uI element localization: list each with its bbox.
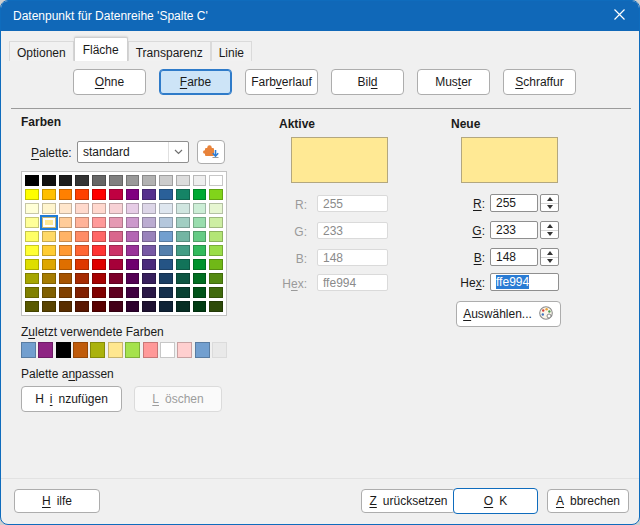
palette-color-swatch[interactable] [109, 203, 123, 214]
palette-color-swatch[interactable] [176, 245, 190, 256]
palette-color-swatch[interactable] [92, 203, 106, 214]
recent-color-swatch[interactable] [73, 342, 88, 358]
palette-color-swatch[interactable] [25, 245, 39, 256]
recent-color-swatch[interactable] [38, 342, 53, 358]
palette-color-swatch[interactable] [176, 203, 190, 214]
palette-color-swatch[interactable] [92, 189, 106, 200]
tab-optionen[interactable]: Optionen [9, 41, 74, 61]
palette-color-swatch[interactable] [126, 273, 140, 284]
palette-color-swatch[interactable] [59, 287, 73, 298]
palette-color-swatch[interactable] [25, 301, 39, 312]
palette-color-swatch[interactable] [25, 217, 39, 228]
help-button[interactable]: Hilfe [14, 489, 100, 513]
palette-color-swatch[interactable] [209, 301, 223, 312]
palette-color-swatch[interactable] [193, 189, 207, 200]
palette-color-swatch[interactable] [25, 259, 39, 270]
palette-color-swatch[interactable] [142, 273, 156, 284]
palette-color-swatch[interactable] [59, 203, 73, 214]
palette-color-swatch[interactable] [193, 259, 207, 270]
palette-color-swatch[interactable] [92, 175, 106, 186]
palette-color-swatch[interactable] [209, 189, 223, 200]
palette-color-swatch[interactable] [209, 273, 223, 284]
palette-color-swatch[interactable] [209, 231, 223, 242]
palette-color-swatch[interactable] [75, 231, 89, 242]
palette-dropdown[interactable]: standard [77, 141, 189, 163]
palette-color-swatch[interactable] [92, 273, 106, 284]
recent-color-swatch[interactable] [21, 342, 36, 358]
palette-color-swatch[interactable] [193, 203, 207, 214]
palette-color-swatch[interactable] [42, 245, 56, 256]
step-down-icon[interactable] [541, 204, 558, 212]
palette-color-swatch[interactable] [126, 189, 140, 200]
palette-color-swatch[interactable] [59, 189, 73, 200]
fill-pattern-button[interactable]: Muster [417, 69, 490, 95]
palette-color-swatch[interactable] [176, 259, 190, 270]
palette-color-swatch[interactable] [193, 175, 207, 186]
palette-color-swatch[interactable] [92, 301, 106, 312]
palette-color-swatch[interactable] [126, 203, 140, 214]
palette-color-swatch[interactable] [176, 189, 190, 200]
step-up-icon[interactable] [541, 222, 558, 231]
palette-color-swatch[interactable] [25, 231, 39, 242]
palette-color-swatch[interactable] [142, 231, 156, 242]
recent-color-swatch[interactable] [90, 342, 105, 358]
palette-color-swatch[interactable] [209, 245, 223, 256]
palette-color-swatch[interactable] [92, 245, 106, 256]
palette-color-swatch[interactable] [209, 217, 223, 228]
new-hex-input[interactable]: ffe994 [490, 273, 559, 291]
fill-none-button[interactable]: Ohne [73, 69, 146, 95]
palette-color-swatch[interactable] [176, 301, 190, 312]
palette-color-swatch[interactable] [75, 259, 89, 270]
palette-color-swatch[interactable] [42, 259, 56, 270]
fill-hatch-button[interactable]: Schraffur [503, 69, 576, 95]
palette-color-swatch[interactable] [159, 217, 173, 228]
palette-color-swatch[interactable] [142, 287, 156, 298]
palette-color-swatch[interactable] [42, 287, 56, 298]
palette-color-swatch[interactable] [126, 217, 140, 228]
palette-color-swatch[interactable] [75, 245, 89, 256]
palette-color-swatch[interactable] [193, 301, 207, 312]
palette-color-swatch[interactable] [142, 203, 156, 214]
palette-color-swatch[interactable] [159, 175, 173, 186]
palette-color-swatch[interactable] [159, 273, 173, 284]
palette-color-swatch[interactable] [159, 287, 173, 298]
palette-color-swatch[interactable] [92, 217, 106, 228]
new-r-input[interactable]: 255 [490, 194, 538, 212]
palette-color-swatch[interactable] [109, 175, 123, 186]
palette-color-swatch[interactable] [126, 175, 140, 186]
palette-color-swatch[interactable] [126, 245, 140, 256]
palette-color-swatch[interactable] [109, 273, 123, 284]
palette-color-swatch[interactable] [209, 259, 223, 270]
step-down-icon[interactable] [541, 231, 558, 239]
palette-color-swatch[interactable] [142, 175, 156, 186]
palette-color-swatch[interactable] [42, 273, 56, 284]
palette-color-swatch[interactable] [209, 175, 223, 186]
fill-color-button[interactable]: Farbe [159, 69, 232, 95]
new-g-input[interactable]: 233 [490, 221, 538, 239]
palette-color-swatch[interactable] [176, 217, 190, 228]
palette-color-swatch[interactable] [42, 231, 56, 242]
palette-color-swatch[interactable] [193, 287, 207, 298]
palette-color-swatch[interactable] [176, 231, 190, 242]
step-down-icon[interactable] [541, 258, 558, 266]
recent-color-swatch[interactable] [177, 342, 192, 358]
recent-color-swatch[interactable] [143, 342, 158, 358]
palette-color-swatch[interactable] [159, 189, 173, 200]
palette-color-swatch[interactable] [209, 203, 223, 214]
selected-palette-color-swatch[interactable] [42, 217, 56, 228]
palette-color-swatch[interactable] [109, 301, 123, 312]
step-up-icon[interactable] [541, 195, 558, 204]
close-button[interactable] [599, 1, 639, 31]
fill-image-button[interactable]: Bild [331, 69, 404, 95]
palette-color-swatch[interactable] [109, 231, 123, 242]
palette-color-swatch[interactable] [142, 189, 156, 200]
palette-color-swatch[interactable] [109, 217, 123, 228]
recent-color-swatch[interactable] [56, 342, 71, 358]
pick-color-button[interactable]: Auswählen... [456, 301, 561, 327]
palette-color-swatch[interactable] [126, 287, 140, 298]
palette-color-swatch[interactable] [126, 231, 140, 242]
palette-color-swatch[interactable] [193, 231, 207, 242]
palette-color-swatch[interactable] [59, 301, 73, 312]
palette-color-swatch[interactable] [159, 301, 173, 312]
palette-color-swatch[interactable] [25, 203, 39, 214]
